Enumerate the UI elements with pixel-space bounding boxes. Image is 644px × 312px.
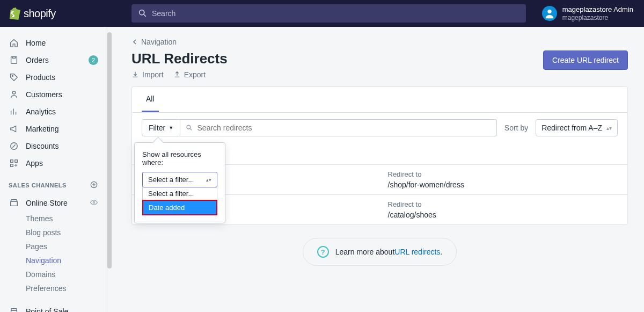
apps-icon: [9, 158, 19, 169]
marketing-icon: [9, 124, 19, 134]
learn-more-link[interactable]: URL redirects: [394, 248, 440, 256]
filter-button[interactable]: Filter▼ Show all resources where: Select…: [142, 119, 180, 136]
sub-pages[interactable]: Pages: [0, 240, 107, 253]
col-to-label: Redirect to: [388, 170, 618, 178]
shopify-bag-icon: [9, 7, 20, 20]
svg-point-0: [547, 10, 551, 13]
nav-analytics[interactable]: Analytics: [0, 103, 107, 120]
filter-option-date-added[interactable]: Date added: [142, 200, 217, 215]
customers-icon: [9, 89, 19, 100]
nav-customers[interactable]: Customers: [0, 86, 107, 103]
pos-icon: [9, 306, 19, 312]
discounts-icon: [9, 141, 19, 151]
filter-select[interactable]: Select a filter...▴▾: [142, 172, 217, 187]
sub-blog-posts[interactable]: Blog posts: [0, 226, 107, 240]
svg-rect-7: [11, 164, 13, 167]
home-icon: [9, 38, 19, 48]
row-to-value: /catalog/shoes: [388, 211, 618, 219]
caret-down-icon: ▼: [169, 125, 173, 130]
avatar: [542, 6, 557, 21]
nav-products[interactable]: Products: [0, 69, 107, 86]
filter-option-placeholder[interactable]: Select a filter...: [143, 187, 217, 200]
search-icon: [186, 124, 193, 132]
view-store-icon[interactable]: [90, 198, 98, 208]
user-name: mageplazastore Admin: [562, 5, 633, 14]
filter-popover: Show all resources where: Select a filte…: [134, 142, 225, 223]
nav-orders[interactable]: Orders2: [0, 52, 107, 69]
nav-pos[interactable]: Point of Sale: [0, 303, 107, 312]
sub-domains[interactable]: Domains: [0, 267, 107, 281]
products-icon: [9, 72, 19, 83]
sub-preferences[interactable]: Preferences: [0, 281, 107, 295]
svg-point-9: [93, 201, 94, 203]
global-search[interactable]: Search: [131, 4, 526, 23]
user-icon: [544, 8, 555, 19]
nav-apps[interactable]: Apps: [0, 155, 107, 172]
search-placeholder: Search: [152, 9, 175, 18]
export-icon: [173, 71, 181, 78]
nav-discounts[interactable]: Discounts: [0, 137, 107, 155]
add-channel-icon[interactable]: [90, 180, 98, 190]
sales-channels-heading: SALES CHANNELS: [0, 172, 107, 194]
nav-marketing[interactable]: Marketing: [0, 120, 107, 137]
select-arrows-icon: ▴▾: [206, 177, 211, 183]
question-icon: ?: [317, 246, 329, 258]
chevron-left-icon: [131, 39, 138, 45]
nav-home[interactable]: Home: [0, 34, 107, 52]
breadcrumb[interactable]: Navigation: [131, 38, 628, 46]
learn-more: ? Learn more about URL redirects .: [303, 238, 457, 266]
brand-text: shopify: [24, 8, 56, 20]
logo-area[interactable]: shopify: [0, 7, 115, 20]
row-to-value: /shop/for-women/dress: [388, 180, 618, 189]
import-icon: [131, 71, 139, 78]
import-link[interactable]: Import: [131, 70, 164, 79]
orders-badge: 2: [89, 55, 98, 65]
user-menu[interactable]: mageplazastore Admin mageplazastore: [542, 5, 644, 21]
sub-themes[interactable]: Themes: [0, 212, 107, 226]
page-title: URL Redirects: [131, 50, 228, 67]
svg-point-3: [12, 91, 15, 94]
export-link[interactable]: Export: [173, 70, 206, 79]
svg-rect-5: [11, 160, 13, 163]
svg-rect-6: [15, 160, 18, 163]
orders-icon: [9, 55, 19, 66]
create-redirect-button[interactable]: Create URL redirect: [543, 50, 628, 70]
search-redirects[interactable]: [180, 119, 497, 136]
col-to-label: Redirect to: [388, 200, 618, 208]
svg-point-2: [12, 75, 13, 76]
sidebar-scrollbar[interactable]: [107, 32, 112, 269]
nav-online-store[interactable]: Online Store: [0, 194, 107, 212]
select-arrows-icon: ▴▾: [606, 125, 612, 131]
sub-navigation[interactable]: Navigation: [0, 253, 107, 267]
popover-heading: Show all resources where:: [142, 150, 217, 166]
sort-by-label: Sort by: [504, 124, 528, 132]
store-icon: [9, 198, 19, 208]
search-redirects-input[interactable]: [197, 124, 491, 132]
svg-rect-1: [11, 57, 17, 64]
sort-select[interactable]: Redirect from A–Z▴▾: [536, 119, 618, 136]
tab-all[interactable]: All: [142, 87, 159, 112]
sidebar: Home Orders2 Products Customers Analytic…: [0, 27, 107, 312]
search-icon: [138, 9, 148, 18]
user-shop: mageplazastore: [562, 14, 633, 21]
analytics-icon: [9, 106, 19, 117]
